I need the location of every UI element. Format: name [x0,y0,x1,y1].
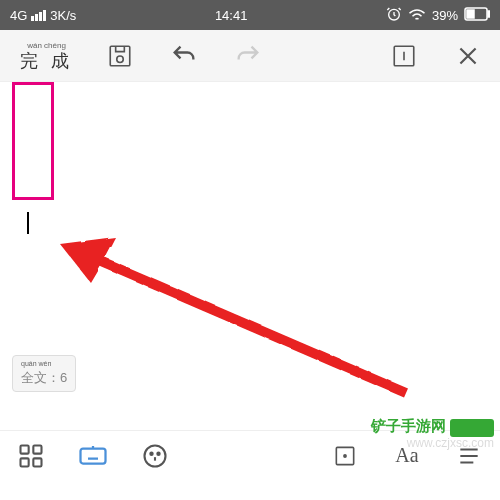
battery-icon [464,7,490,24]
select-all-pinyin: quán wén [21,360,67,367]
watermark-text: 铲子手游网 [371,417,446,436]
face-icon [141,442,169,470]
svg-rect-11 [33,458,41,466]
clock: 14:41 [76,8,386,23]
save-icon [107,43,133,69]
svg-point-5 [117,56,124,63]
svg-rect-2 [488,11,490,17]
save-button[interactable] [103,39,137,73]
complete-button[interactable]: wán chéng 完 成 [20,42,73,70]
svg-rect-8 [21,445,29,453]
select-all-chip[interactable]: quán wén 全文：6 [12,355,76,392]
redo-icon [234,42,262,70]
svg-rect-10 [21,458,29,466]
svg-rect-9 [33,445,41,453]
network-speed: 3K/s [50,8,76,23]
svg-point-15 [157,452,159,454]
signal-icon [31,10,46,21]
selection-highlight [12,82,54,200]
battery-pct: 39% [432,8,458,23]
svg-point-13 [145,445,166,466]
crop-button[interactable] [328,439,362,473]
redo-button[interactable] [231,39,265,73]
svg-rect-12 [81,448,106,463]
network-type: 4G [10,8,27,23]
watermark-url: www.czjxsc.com [407,436,494,450]
close-icon [455,43,481,69]
annotation-arrow [55,232,415,402]
svg-rect-3 [467,10,474,18]
alarm-icon [386,6,402,25]
svg-point-17 [344,454,346,456]
apps-icon [17,442,45,470]
keyboard-icon [78,441,108,471]
text-cursor [27,212,29,234]
close-button[interactable] [451,39,485,73]
keyboard-button[interactable] [76,439,110,473]
face-button[interactable] [138,439,172,473]
wifi-icon [408,7,426,24]
watermark-logo [450,419,494,437]
top-toolbar: wán chéng 完 成 [0,30,500,82]
editor-canvas[interactable]: quán wén 全文：6 [0,82,500,430]
complete-label: 完 成 [20,51,73,71]
svg-point-14 [150,452,152,454]
crop-icon [332,443,358,469]
info-icon [391,43,417,69]
undo-button[interactable] [167,39,201,73]
apps-button[interactable] [14,439,48,473]
status-bar: 4G 3K/s 14:41 39% [0,0,500,30]
undo-icon [170,42,198,70]
info-button[interactable] [387,39,421,73]
complete-pinyin: wán chéng [20,42,73,50]
